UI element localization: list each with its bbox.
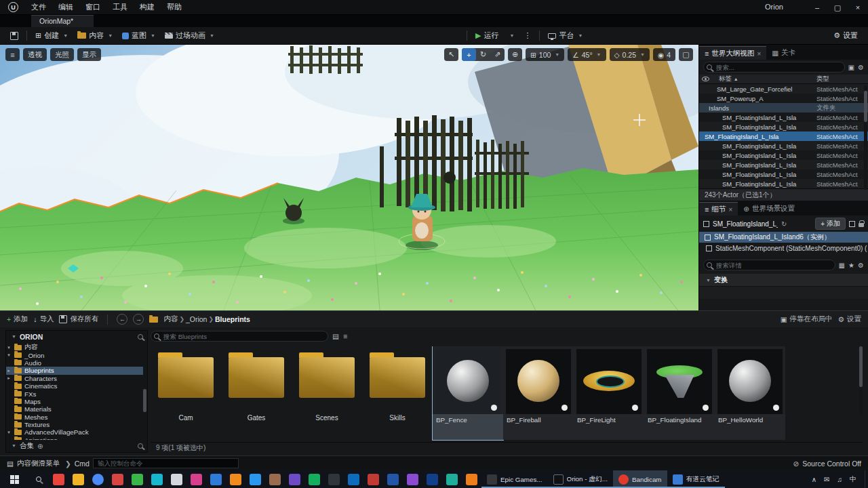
start-button[interactable]	[0, 470, 28, 488]
tray-icon[interactable]: ✉	[824, 476, 829, 483]
taskbar-app-icon[interactable]	[206, 470, 226, 488]
outliner-scrollbar[interactable]	[864, 85, 867, 190]
folder-tile[interactable]: Skills	[362, 346, 433, 440]
folder-tile[interactable]: Scenes	[292, 346, 362, 440]
back-icon[interactable]: ←	[117, 314, 127, 325]
taskbar-app-button[interactable]: Epic Games...	[481, 470, 548, 488]
taskbar-app-icon[interactable]	[167, 470, 186, 488]
lock-icon[interactable]	[859, 223, 864, 227]
maximize-icon[interactable]: ▢	[827, 0, 848, 15]
taskbar-app-button[interactable]: Orion - 虚幻...	[548, 470, 613, 488]
tree-item[interactable]: Maps	[6, 398, 143, 405]
filter-icon[interactable]: ≡	[343, 332, 347, 340]
taskbar-app-button[interactable]: Bandicam	[613, 470, 667, 488]
breadcrumb-item[interactable]: Blueprints	[215, 315, 250, 323]
menu-item[interactable]: 文件	[25, 0, 52, 14]
taskbar-app-icon[interactable]	[226, 470, 245, 488]
tree-item[interactable]: ▸ Characters	[6, 375, 143, 382]
show-flags-button[interactable]: 显示	[77, 48, 101, 61]
folder-tile[interactable]: Cam	[151, 346, 221, 440]
tab-world-outliner[interactable]: ≡世界大纲视图×	[699, 46, 766, 60]
rotation-snap-control[interactable]: ∠45°▼	[568, 48, 606, 61]
asset-tile[interactable]: BP_FireLight	[574, 346, 644, 440]
camera-speed-control[interactable]: ◉4	[653, 48, 675, 61]
cb-search[interactable]	[151, 331, 328, 342]
dark-sphere-prop[interactable]	[443, 171, 456, 184]
outliner-row[interactable]: SM_FloatingIsland_L_Isla StaticMeshAct	[699, 113, 868, 122]
tree-item[interactable]: Textures	[6, 421, 143, 428]
tray-icon[interactable]: 中	[850, 474, 856, 484]
expand-arrow-icon[interactable]: ▾	[6, 430, 12, 435]
copy-path-icon[interactable]: ▤	[332, 332, 339, 340]
cb-save-all-button[interactable]: 保存所有	[59, 314, 98, 324]
tree-item[interactable]: ▸ Blueprints	[6, 367, 143, 374]
cb-sources-header[interactable]: ▼ ORION	[6, 331, 147, 342]
component-row[interactable]: StaticMeshComponent (StaticMeshComponent…	[699, 243, 868, 253]
tree-item[interactable]: Cinematics	[6, 382, 143, 390]
scale-snap-control[interactable]: ◇0.25▼	[610, 48, 650, 61]
scale-tool-icon[interactable]: ⇗	[490, 48, 505, 61]
taskbar-app-icon[interactable]	[304, 470, 324, 488]
details-search-input[interactable]	[703, 260, 835, 270]
viewport-3d-scene[interactable]	[0, 45, 698, 310]
tree-item[interactable]: Animations	[6, 436, 143, 440]
taskbar-app-icon[interactable]	[127, 470, 147, 488]
outliner-row[interactable]: SM_FloatingIsland_L_Isla StaticMeshAct	[699, 141, 868, 150]
cb-add-button[interactable]: +添加	[7, 314, 28, 324]
save-button[interactable]	[5, 30, 23, 42]
asset-tile[interactable]: BP_Fireball	[503, 346, 574, 440]
viewport-menu-icon[interactable]: ≡	[5, 48, 20, 61]
cb-search-input[interactable]	[151, 331, 328, 342]
taskbar-app-icon[interactable]	[108, 470, 127, 488]
taskbar-app-icon[interactable]	[245, 470, 265, 488]
taskbar-app-icon[interactable]	[285, 470, 304, 488]
tree-item[interactable]: Materials	[6, 405, 143, 413]
close-icon[interactable]: ×	[757, 49, 761, 58]
dock-in-layout-button[interactable]: ▣停靠在布局中	[781, 314, 833, 324]
breadcrumb-item[interactable]: 内容	[163, 314, 178, 324]
taskbar-app-icon[interactable]	[344, 470, 363, 488]
tray-icon[interactable]: ♫	[837, 476, 843, 483]
asset-tile[interactable]: BP_Fence	[433, 346, 503, 440]
outliner-row[interactable]: SM_FloatingIsland_L_Isla StaticMeshAct	[699, 122, 868, 131]
asset-tile[interactable]: BP_FloatingIsland	[644, 346, 715, 440]
outliner-row[interactable]: SM_FloatingIsland_L_Isla StaticMeshAct	[699, 150, 868, 160]
taskbar-app-button[interactable]: 有道云笔记	[667, 470, 725, 488]
settings-button[interactable]: ⚙设置	[829, 28, 863, 43]
show-desktop-button[interactable]	[865, 470, 868, 488]
tab-details[interactable]: ≡细节×	[699, 202, 738, 216]
unreal-engine-logo-icon[interactable]: U	[8, 2, 18, 12]
taskbar-app-icon[interactable]	[265, 470, 285, 488]
taskbar-app-icon[interactable]	[383, 470, 403, 488]
tree-item[interactable]: FXs	[6, 390, 143, 397]
outliner-search[interactable]	[703, 62, 845, 73]
outliner-row[interactable]: SM_FloatingIsland_L_Isla StaticMeshAct	[699, 131, 868, 141]
content-button[interactable]: 内容▼	[73, 28, 117, 43]
play-more-button[interactable]: ⋮	[519, 29, 536, 42]
tab-world-settings[interactable]: ⊕世界场景设置	[738, 202, 800, 216]
menu-item[interactable]: 帮助	[161, 0, 188, 14]
taskbar-app-icon[interactable]	[49, 470, 68, 488]
lit-mode-button[interactable]: 光照	[50, 48, 74, 61]
select-tool-icon[interactable]: ↖	[444, 48, 458, 61]
expand-arrow-icon[interactable]: ▾	[6, 352, 12, 358]
blueprint-button[interactable]: 蓝图▼	[117, 28, 160, 43]
expand-arrow-icon[interactable]: ▸	[6, 375, 12, 381]
move-tool-icon[interactable]: +	[462, 48, 476, 61]
maximize-viewport-icon[interactable]: ▢	[679, 48, 693, 61]
taskbar-app-icon[interactable]	[422, 470, 442, 488]
close-icon[interactable]: ×	[848, 0, 868, 15]
taskbar-app-icon[interactable]	[186, 470, 206, 488]
play-button[interactable]: ▶运行	[471, 28, 503, 43]
outliner-row[interactable]: SM_Powerup_A StaticMeshAct	[699, 94, 868, 103]
tree-item[interactable]: ▾ AdvancedVillagePack	[6, 428, 143, 436]
tree-item[interactable]: ▾ 内容	[6, 344, 143, 351]
outliner-search-input[interactable]	[703, 62, 845, 73]
add-component-button[interactable]: +添加	[815, 218, 846, 230]
tree-item[interactable]: Meshes	[6, 413, 143, 421]
collections-row[interactable]: ▼ 合集 ⊕	[6, 441, 147, 451]
grid-scrollbar[interactable]	[859, 346, 863, 414]
taskbar-app-icon[interactable]	[403, 470, 422, 488]
search-icon[interactable]	[138, 443, 143, 449]
favorites-star-icon[interactable]: ★	[848, 262, 854, 269]
